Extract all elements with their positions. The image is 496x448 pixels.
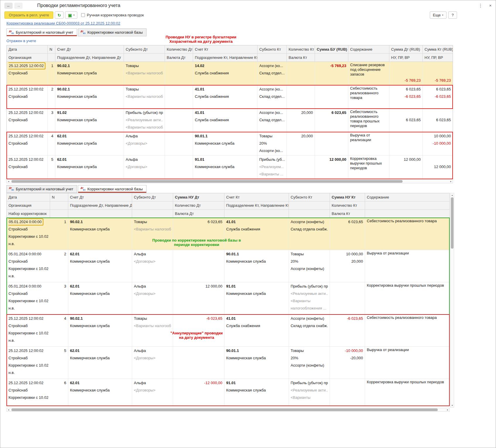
table-cell[interactable]: 1 (48, 62, 55, 85)
table-cell[interactable]: 91.01Коммерческая служба (224, 379, 289, 406)
table-cell[interactable]: Товары20%Ассорти (конфеты) (289, 250, 330, 282)
table-row[interactable]: 25.12.2025 12:00:02СтройснабКорректировк… (7, 314, 449, 347)
table-cell[interactable]: 6 023,65 (330, 218, 365, 250)
column-header[interactable]: Счет Дт (68, 193, 132, 201)
column-header[interactable]: Счет Кт (224, 193, 289, 201)
table-cell[interactable]: 6 (50, 379, 68, 406)
column-header[interactable]: Сумма НУ Кт (330, 193, 365, 201)
column-header[interactable]: Содержание (348, 45, 389, 53)
table-cell[interactable]: Корректировка выручки прошлых периодов (365, 282, 449, 314)
checkbox-box[interactable] (81, 13, 85, 17)
column-header[interactable] (132, 210, 173, 218)
table-cell[interactable]: Выручка от реализации (348, 132, 389, 155)
table-cell[interactable]: -12 000,00 (173, 379, 224, 406)
table-cell[interactable]: 3 (50, 282, 68, 314)
table-cell[interactable] (315, 132, 348, 155)
table-cell[interactable]: Корректировка выручки прошлых периодов (365, 379, 449, 406)
table-cell[interactable]: Альфа<Договоры> (132, 250, 173, 282)
column-header[interactable] (289, 201, 330, 209)
column-header[interactable] (365, 210, 449, 218)
table-cell[interactable]: 90.02.1Коммерческая служба (55, 62, 124, 85)
table-cell[interactable]: Прибыль (убыток) пр...<Реализуемые акти.… (124, 109, 165, 132)
table-cell[interactable]: Себестоимость реализованного товара (365, 218, 449, 250)
table-cell[interactable]: -6 023,65 (173, 314, 224, 346)
table-cell[interactable]: 62.01Коммерческая служба (68, 250, 132, 282)
back-button[interactable]: ← (4, 3, 13, 9)
column-header[interactable]: N (48, 45, 55, 53)
column-header[interactable]: Субконто Дт (124, 45, 165, 53)
table-cell[interactable]: 25.12.2025 12:00:02Стройснаб (7, 62, 48, 85)
column-header[interactable]: Сумма Дт (RUB) (389, 45, 423, 53)
column-header[interactable]: Количество Кт (287, 45, 315, 53)
column-header[interactable]: Организация (7, 201, 50, 209)
column-header[interactable]: НУ, ПР, ВР (423, 54, 453, 61)
table-cell[interactable]: Товары20%Ассорти (конфеты) (289, 347, 330, 379)
table-row[interactable]: 25.12.2025 12:00:02СтройснабКорректировк… (7, 379, 449, 406)
table-cell[interactable]: 62.01Коммерческая служба (55, 155, 124, 179)
table-cell[interactable]: 62.01Коммерческая служба (68, 347, 132, 379)
forward-button[interactable]: → (14, 3, 23, 9)
table-cell[interactable]: Прибыль (убыток) пр...<Реализуемые акти.… (289, 282, 330, 314)
table-cell[interactable]: 6 023,65 (315, 109, 348, 132)
table-cell[interactable]: 25.12.2025 12:00:02СтройснабКорректировк… (7, 379, 50, 406)
table-cell[interactable] (165, 132, 193, 155)
table-cell[interactable]: 4 (48, 132, 55, 155)
column-header[interactable]: Количество Дт (165, 45, 193, 53)
table-cell[interactable]: Товары<Варианты налогооб... (124, 85, 165, 108)
column-header[interactable]: Подразделение Дт, Направление Дт (55, 54, 124, 61)
tab-accounting-tax[interactable]: ДтКт Бухгалтерский и налоговый учет (6, 185, 77, 193)
table-row[interactable]: 25.12.2025 12:00:02Стройснаб190.02.1Комм… (7, 62, 453, 85)
column-header[interactable]: Субконто Дт (132, 193, 173, 201)
refresh-button[interactable]: ↻ (55, 11, 64, 19)
table-cell[interactable]: 20,000 (287, 109, 315, 132)
table-cell[interactable]: Ассорти (ко...Склад отдел... (258, 85, 287, 108)
table-cell[interactable] (287, 155, 315, 179)
table-cell[interactable] (315, 85, 348, 108)
column-header[interactable]: Валюта Дт (165, 54, 193, 61)
table-cell[interactable]: 20,000 (287, 132, 315, 155)
column-header[interactable]: Сумма БУ (RUB) (315, 45, 348, 53)
table-cell[interactable]: Выручка от реализации (365, 250, 449, 282)
table-cell[interactable]: 2 (50, 250, 68, 282)
column-header[interactable]: Сумма НУ Дт (173, 193, 224, 201)
manual-adjustment-checkbox[interactable]: Ручная корректировка проводок (81, 13, 144, 17)
column-header[interactable]: Субконто Кт (258, 45, 287, 53)
column-header[interactable] (365, 201, 449, 209)
scroll-down-icon[interactable]: ▼ (451, 404, 454, 407)
table-cell[interactable]: 6 023,65 (389, 109, 423, 132)
reflect-options-button[interactable]: ▣▾ (65, 11, 77, 19)
table-cell[interactable]: 41.01Служба снабжения (224, 314, 289, 346)
column-header[interactable] (132, 201, 173, 209)
table-cell[interactable]: Ассорти (ко...Склад отдел... (258, 62, 287, 85)
document-link[interactable]: Корректировка реализации СБ00-000003 от … (6, 21, 120, 25)
table-cell[interactable]: Выручка от реализации (365, 347, 449, 379)
column-header[interactable]: Валюта Дт (173, 210, 224, 218)
table-cell[interactable]: -6 023,65 (330, 314, 365, 346)
table-cell[interactable]: 05.01.2024 0:00:00СтройснабКорректировки… (7, 218, 50, 250)
table-cell[interactable]: 12 000,00 (173, 282, 224, 314)
scrollbar-thumb[interactable] (451, 197, 454, 249)
table-cell[interactable]: 90.01.1Коммерческая служба (224, 347, 289, 379)
table-cell[interactable]: 41.01Служба снабжения (193, 109, 258, 132)
table-cell[interactable] (165, 62, 193, 85)
table-cell[interactable]: 25.12.2025 12:00:02Стройснаб (7, 132, 48, 155)
table-cell[interactable]: 12 000,00 (423, 155, 453, 179)
scroll-right-icon[interactable]: ► (446, 408, 449, 411)
table-cell[interactable] (330, 379, 365, 406)
table-row[interactable]: 25.12.2025 12:00:02СтройснабКорректировк… (7, 347, 449, 379)
column-header[interactable]: Подразделение Кт, Направление Кт (224, 201, 289, 209)
table-cell[interactable]: 05.01.2024 0:00:00СтройснабКорректировки… (7, 250, 50, 282)
table-cell[interactable]: 91.01Коммерческая служба (224, 282, 289, 314)
scrollbar-thumb[interactable] (11, 408, 438, 411)
table-cell[interactable]: Прибыль (убыток) пр...<Реализуемые акти.… (289, 379, 330, 406)
column-header[interactable]: N (50, 193, 68, 201)
table-cell[interactable]: 5 (48, 155, 55, 179)
column-header[interactable] (289, 210, 330, 218)
table-cell[interactable]: -5 769,23 (315, 62, 348, 85)
table-cell[interactable]: -5 769,23 (423, 62, 453, 85)
table-cell[interactable] (173, 347, 224, 379)
table-cell[interactable] (165, 85, 193, 108)
table-cell[interactable]: 91.01Коммерческая служба (193, 155, 258, 179)
column-header[interactable] (315, 54, 348, 61)
table-cell[interactable]: 41.01Служба снабжения (193, 85, 258, 108)
